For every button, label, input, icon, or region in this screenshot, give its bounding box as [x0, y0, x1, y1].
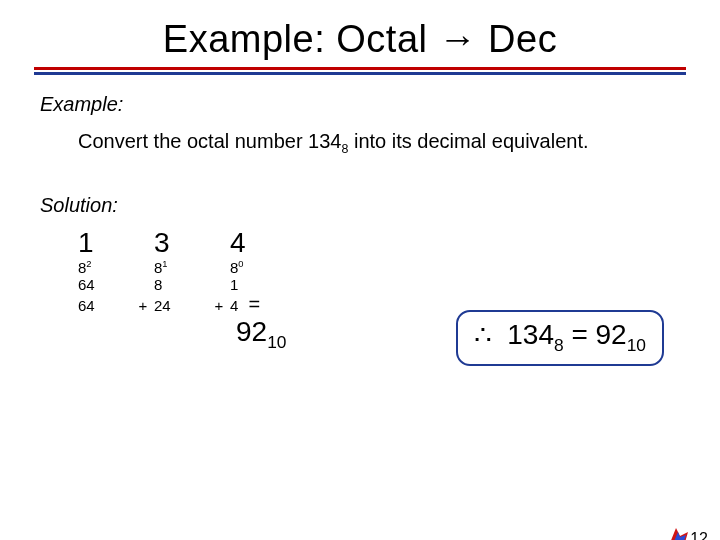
power-1: 81	[154, 259, 208, 276]
digit-1: 3	[154, 227, 208, 259]
rule-navy	[34, 72, 686, 75]
placeval-1: 8	[154, 276, 208, 293]
result-rhs: 9210	[596, 319, 646, 350]
placeval-2: 1	[230, 276, 286, 293]
rule-red	[34, 67, 686, 70]
sum-result: 9210	[236, 316, 286, 353]
row-place-values: 64 8 1	[78, 276, 286, 293]
equals-sign: =	[243, 293, 267, 315]
digit-0: 1	[78, 227, 132, 259]
title-rule	[34, 67, 686, 75]
result-box: ∴ 1348 = 9210	[456, 310, 664, 366]
row-sum: 64 + 24 + 4 = 9210	[78, 293, 286, 353]
power-2: 80	[230, 259, 286, 276]
problem-prompt: Convert the octal number 1348 into its d…	[78, 130, 720, 156]
product-0: 64	[78, 293, 132, 353]
arrow-icon	[666, 526, 690, 540]
slide-title: Example: Octal → Dec	[0, 18, 720, 61]
prompt-pre: Convert the octal number 134	[78, 130, 342, 152]
page-number: 12	[690, 530, 708, 540]
slide: Example: Octal → Dec Example: Convert th…	[0, 18, 720, 540]
power-0: 82	[78, 259, 132, 276]
product-1: 24	[154, 293, 208, 353]
row-digits: 1 3 4	[78, 227, 286, 259]
therefore-symbol: ∴	[474, 319, 492, 350]
op-0: +	[132, 293, 154, 353]
placeval-0: 64	[78, 276, 132, 293]
result-eq: =	[564, 319, 596, 350]
example-label: Example:	[40, 93, 720, 116]
digit-2: 4	[230, 227, 286, 259]
op-1: +	[208, 293, 230, 353]
solution-label: Solution:	[40, 194, 720, 217]
row-powers: 82 81 80	[78, 259, 286, 276]
result-lhs: 1348	[507, 319, 563, 350]
product-2: 4 = 9210	[230, 293, 286, 353]
work-table: 1 3 4 82 81 80 64 8 1 64 + 24 + 4	[78, 227, 286, 353]
prompt-post: into its decimal equivalent.	[348, 130, 588, 152]
